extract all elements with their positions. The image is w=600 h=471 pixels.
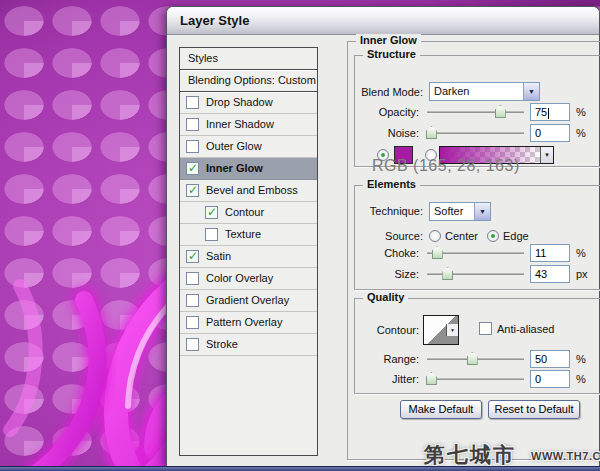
blend-mode-select[interactable]: Darken ▼ [429, 82, 540, 101]
style-row-label: Outer Glow [206, 136, 262, 157]
jitter-input[interactable]: 0 [530, 370, 570, 388]
size-label: Size: [355, 265, 419, 284]
slider-thumb[interactable] [495, 105, 506, 118]
dialog-titlebar[interactable]: Layer Style [167, 7, 599, 35]
style-row-label: Gradient Overlay [206, 290, 289, 311]
outer-glow-checkbox[interactable]: ✓ [186, 140, 199, 153]
chevron-down-icon[interactable]: ▼ [540, 147, 553, 163]
range-unit: % [576, 350, 586, 368]
dialog-title: Layer Style [180, 13, 249, 28]
satin-checkbox[interactable]: ✓ [186, 250, 199, 263]
drop-shadow-checkbox[interactable]: ✓ [186, 96, 199, 109]
slider-track[interactable] [427, 111, 524, 113]
opacity-slider[interactable] [427, 103, 524, 121]
anti-aliased-checkbox[interactable]: ✓ [479, 322, 492, 335]
style-row-contour[interactable]: ✓ Contour [180, 202, 317, 224]
watermark-site: WWW.TH7.CN [531, 450, 600, 462]
style-row-inner-shadow[interactable]: ✓ Inner Shadow [180, 114, 317, 136]
style-row-label: Contour [225, 202, 264, 223]
style-row-label: Bevel and Emboss [206, 180, 298, 201]
choke-input[interactable]: 11 [530, 244, 570, 262]
slider-thumb[interactable] [442, 267, 453, 280]
opacity-label: Opacity: [355, 103, 419, 122]
styles-header[interactable]: Styles [180, 48, 317, 70]
styles-header-label: Styles [188, 48, 218, 69]
inner-glow-checkbox[interactable]: ✓ [186, 162, 199, 175]
elements-group: Elements Technique: Softer ▼ Source: Cen… [354, 185, 600, 290]
style-row-gradient-overlay[interactable]: ✓ Gradient Overlay [180, 290, 317, 312]
opacity-input[interactable]: 75 [530, 103, 570, 121]
noise-label: Noise: [355, 124, 419, 143]
choke-slider[interactable] [427, 244, 524, 262]
range-input[interactable]: 50 [530, 350, 570, 368]
check-icon: ✓ [188, 184, 198, 197]
jitter-label: Jitter: [355, 370, 419, 389]
texture-checkbox[interactable]: ✓ [205, 228, 218, 241]
choke-value: 11 [535, 247, 546, 259]
watermark-brand: 第七城市 [424, 441, 516, 469]
gradient-overlay-checkbox[interactable]: ✓ [186, 294, 199, 307]
screenshot-stage: Layer Style Styles Blending Options: Cus… [0, 0, 600, 471]
contour-checkbox[interactable]: ✓ [205, 206, 218, 219]
choke-label: Choke: [355, 244, 419, 263]
style-row-bevel-emboss[interactable]: ✓ Bevel and Emboss [180, 180, 317, 202]
noise-slider[interactable] [427, 124, 524, 142]
style-row-color-overlay[interactable]: ✓ Color Overlay [180, 268, 317, 290]
slider-thumb[interactable] [426, 372, 437, 385]
slider-track[interactable] [427, 378, 524, 380]
style-row-inner-glow[interactable]: ✓ Inner Glow [180, 158, 317, 180]
chevron-down-icon[interactable]: ▼ [446, 324, 458, 336]
blending-options-label: Blending Options: Custom [188, 70, 316, 91]
noise-input[interactable]: 0 [530, 124, 570, 142]
inner-shadow-checkbox[interactable]: ✓ [186, 118, 199, 131]
text-caret [548, 108, 549, 119]
chevron-down-icon[interactable]: ▼ [474, 203, 490, 220]
radio-dot [491, 234, 495, 238]
style-row-label: Stroke [206, 334, 238, 355]
make-default-button[interactable]: Make Default [400, 400, 482, 419]
technique-value: Softer [434, 205, 463, 217]
bevel-emboss-checkbox[interactable]: ✓ [186, 184, 199, 197]
blend-mode-label: Blend Mode: [355, 83, 423, 102]
style-row-label: Pattern Overlay [206, 312, 282, 333]
source-center-radio[interactable] [429, 230, 441, 242]
opacity-unit: % [576, 103, 586, 121]
style-row-outer-glow[interactable]: ✓ Outer Glow [180, 136, 317, 158]
color-overlay-checkbox[interactable]: ✓ [186, 272, 199, 285]
style-row-label: Texture [225, 224, 261, 245]
pattern-overlay-checkbox[interactable]: ✓ [186, 316, 199, 329]
jitter-slider[interactable] [427, 370, 524, 388]
reset-to-default-button[interactable]: Reset to Default [488, 400, 580, 419]
size-input[interactable]: 43 [530, 265, 570, 283]
slider-thumb[interactable] [467, 352, 478, 365]
noise-value: 0 [535, 127, 541, 139]
size-value: 43 [535, 268, 547, 280]
range-label: Range: [355, 350, 419, 369]
size-slider[interactable] [427, 265, 524, 283]
range-slider[interactable] [427, 350, 524, 368]
quality-legend: Quality [363, 291, 408, 303]
range-value: 50 [535, 353, 547, 365]
blending-options-row[interactable]: Blending Options: Custom [180, 70, 317, 92]
style-row-satin[interactable]: ✓ Satin [180, 246, 317, 268]
slider-thumb[interactable] [426, 126, 437, 139]
style-row-stroke[interactable]: ✓ Stroke [180, 334, 317, 356]
slider-track[interactable] [427, 273, 524, 275]
choke-unit: % [576, 244, 586, 262]
chevron-down-icon[interactable]: ▼ [523, 83, 539, 100]
style-row-pattern-overlay[interactable]: ✓ Pattern Overlay [180, 312, 317, 334]
jitter-unit: % [576, 370, 586, 388]
check-icon: ✓ [188, 250, 198, 263]
style-row-texture[interactable]: ✓ Texture [180, 224, 317, 246]
stroke-checkbox[interactable]: ✓ [186, 338, 199, 351]
rgb-annotation: RGB (165, 28, 163) [372, 157, 520, 175]
check-icon: ✓ [188, 162, 198, 175]
slider-track[interactable] [427, 132, 524, 134]
size-unit: px [576, 265, 588, 283]
contour-picker[interactable]: ▼ [423, 315, 459, 345]
slider-thumb[interactable] [432, 246, 443, 259]
structure-group: Structure Blend Mode: Darken ▼ Opacity: … [354, 55, 600, 167]
style-row-drop-shadow[interactable]: ✓ Drop Shadow [180, 92, 317, 114]
source-edge-radio[interactable] [487, 230, 499, 242]
technique-select[interactable]: Softer ▼ [429, 202, 491, 221]
